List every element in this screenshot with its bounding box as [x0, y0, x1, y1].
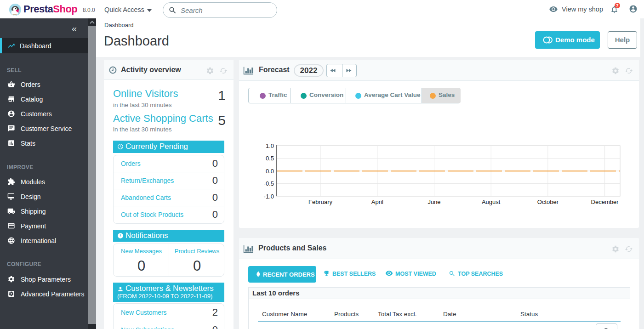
svg-text:April: April: [371, 199, 383, 205]
svg-text:February: February: [308, 199, 333, 205]
svg-text:October: October: [537, 199, 559, 205]
svg-text:0.0: 0.0: [266, 168, 274, 175]
svg-text:-1.0: -1.0: [264, 193, 274, 200]
svg-text:December: December: [591, 199, 619, 205]
svg-text:0.5: 0.5: [266, 155, 274, 162]
svg-text:August: August: [482, 199, 501, 205]
svg-text:June: June: [427, 199, 440, 205]
svg-text:-0.5: -0.5: [264, 180, 274, 187]
svg-text:1.0: 1.0: [266, 142, 274, 149]
